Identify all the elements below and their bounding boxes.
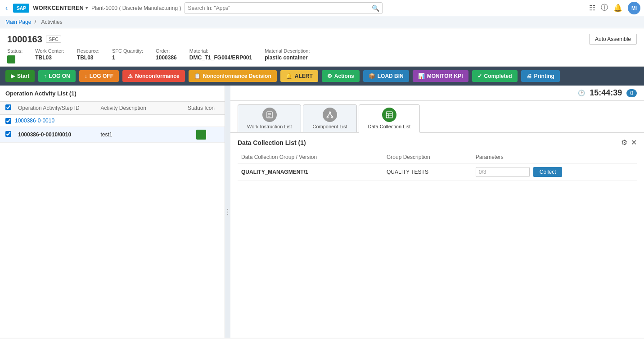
bell-icon[interactable]: 🔔 (613, 4, 622, 12)
nonconformance-button[interactable]: ⚠ Nonconformance (122, 70, 185, 82)
list-action-buttons: ⚙ ✕ (621, 138, 637, 147)
back-button[interactable]: ‹ (4, 4, 9, 12)
nav-icons: ☷ ⓘ 🔔 MI (589, 2, 640, 14)
alert-button[interactable]: 🔔 ALERT (280, 70, 318, 82)
select-all-checkbox[interactable] (5, 104, 11, 110)
data-collection-table: Data Collection Group / Version Group De… (238, 151, 637, 181)
table-row: QUALITY_MANAGMENT/1 QUALITY TESTS Collec… (238, 163, 637, 181)
breadcrumb: Main Page / Activities (0, 16, 644, 28)
avatar[interactable]: MI (628, 2, 640, 14)
printing-button[interactable]: 🖨 Printing (521, 70, 560, 82)
table-row[interactable]: 1000386-0-0010/0010 test1 (0, 127, 225, 142)
action-bar: ▶ Start ↑ LOG ON ↓ LOG OFF ⚠ Nonconforma… (0, 67, 644, 86)
status-indicator (7, 55, 15, 63)
search-bar[interactable]: 🔍 (185, 2, 383, 14)
param-input[interactable] (476, 167, 530, 177)
data-collection-icon (382, 108, 396, 122)
list-title: Data Collection List (1) (238, 139, 306, 146)
list-title-bar: Data Collection List (1) ⚙ ✕ (238, 138, 637, 147)
alert-icon: 🔔 (286, 73, 293, 79)
material-desc-item: Material Description: plastic container (265, 48, 310, 63)
svg-point-6 (332, 117, 333, 118)
cell-description: QUALITY TESTS (383, 163, 472, 181)
sfc-badge: SFC (46, 36, 61, 43)
monitor-button[interactable]: 📊 MONITOR KPI (413, 70, 468, 82)
breadcrumb-activities: Activities (41, 19, 62, 25)
component-icon (323, 108, 337, 122)
search-icon[interactable]: 🔍 (372, 5, 379, 12)
monitor-icon: 📊 (418, 73, 425, 79)
grid-icon[interactable]: ☷ (589, 4, 595, 12)
cell-group: QUALITY_MANAGMENT/1 (238, 163, 383, 181)
col-parameters-header: Parameters (472, 151, 637, 163)
actions-button[interactable]: ⚙ Actions (322, 70, 360, 82)
sfc-number: 1000163 (7, 34, 42, 45)
logon-button[interactable]: ↑ LOG ON (38, 70, 75, 82)
actions-icon: ⚙ (327, 73, 332, 79)
left-panel-title: Operation Activity List (1) (0, 86, 225, 102)
printing-icon: 🖨 (527, 73, 532, 79)
sfc-qty-item: SFC Quantity: 1 (112, 48, 143, 63)
tab-work-instruction[interactable]: Work Instruction List (238, 104, 301, 132)
order-item: Order: 1000386 (156, 48, 177, 63)
group-checkbox[interactable] (5, 118, 11, 124)
collect-button[interactable]: Collect (533, 167, 563, 177)
col-group-header: Data Collection Group / Version (238, 151, 383, 163)
logoff-icon: ↓ (85, 73, 87, 79)
row-checkbox[interactable] (5, 131, 11, 137)
panel-divider[interactable]: ⋮ (225, 86, 230, 338)
nc-decision-button[interactable]: 📋 Nonconformance Decision (189, 70, 277, 82)
row-description: test1 (101, 131, 180, 138)
tab-data-collection-label: Data Collection List (368, 124, 411, 129)
time-bar: 🕑 15:44:39 0 (230, 86, 644, 101)
chevron-down-icon: ▾ (86, 5, 88, 10)
start-icon: ▶ (11, 73, 15, 79)
tab-bar: Work Instruction List Component List Dat… (230, 101, 644, 133)
status-item: Status: (7, 48, 23, 63)
svg-rect-9 (386, 112, 392, 118)
workcenteren-menu[interactable]: WORKCENTEREN ▾ (33, 5, 88, 11)
tab-component[interactable]: Component List (303, 104, 356, 132)
resource-item: Resource: TBL03 (77, 48, 99, 63)
main-body: Operation Activity List (1) Operation Ac… (0, 86, 644, 338)
search-input[interactable] (188, 5, 372, 11)
meta-row: Status: Work Center: TBL03 Resource: TBL… (7, 48, 637, 63)
breadcrumb-separator: / (35, 19, 36, 25)
right-panel: 🕑 15:44:39 0 Work Instruction List Compo… (230, 86, 644, 338)
plant-info: Plant-1000 ( Discrete Manufacturing ) (91, 5, 181, 11)
clock-icon: 🕑 (578, 90, 585, 96)
cell-parameters: Collect (472, 163, 637, 181)
start-button[interactable]: ▶ Start (5, 70, 35, 82)
sfc-header-area: 1000163 SFC Auto Assemble Status: Work C… (0, 28, 644, 67)
tab-component-label: Component List (312, 124, 347, 129)
logoff-button[interactable]: ↓ LOG OFF (79, 70, 119, 82)
material-item: Material: DMC_T1_FG004/ERP001 (189, 48, 252, 63)
row-checkbox-col (5, 131, 14, 138)
col-description-header: Group Description (383, 151, 472, 163)
group-header[interactable]: 1000386-0-0010 (0, 115, 225, 127)
time-display: 15:44:39 (590, 88, 622, 98)
logon-icon: ↑ (44, 73, 46, 79)
right-content: Data Collection List (1) ⚙ ✕ Data Collec… (230, 133, 644, 186)
auto-assemble-button[interactable]: Auto Assemble (589, 34, 637, 45)
sap-logo: SAP (13, 4, 29, 13)
svg-line-7 (328, 113, 330, 117)
tab-data-collection[interactable]: Data Collection List (359, 104, 420, 133)
completed-icon: ✓ (477, 73, 482, 79)
row-activity-id: 1000386-0-0010/0010 (18, 131, 97, 138)
svg-point-4 (329, 112, 330, 113)
help-icon[interactable]: ⓘ (601, 3, 608, 13)
work-instruction-icon (262, 108, 277, 122)
left-panel: Operation Activity List (1) Operation Ac… (0, 86, 225, 338)
breadcrumb-main-page[interactable]: Main Page (5, 19, 31, 25)
svg-line-8 (330, 113, 332, 117)
settings-button[interactable]: ⚙ (621, 138, 627, 147)
completed-button[interactable]: ✓ Completed (472, 70, 518, 82)
header-checkbox-col (5, 104, 14, 112)
status-square-icon (196, 130, 206, 140)
top-navigation: ‹ SAP WORKCENTEREN ▾ Plant-1000 ( Discre… (0, 0, 644, 16)
loadbin-button[interactable]: 📦 LOAD BIN (363, 70, 409, 82)
table-header: Operation Activity/Step ID Activity Desc… (0, 102, 225, 115)
table-row-group: 1000386-0-0010 1000386-0-0010/0010 test1 (0, 115, 225, 143)
close-button[interactable]: ✕ (631, 138, 637, 147)
